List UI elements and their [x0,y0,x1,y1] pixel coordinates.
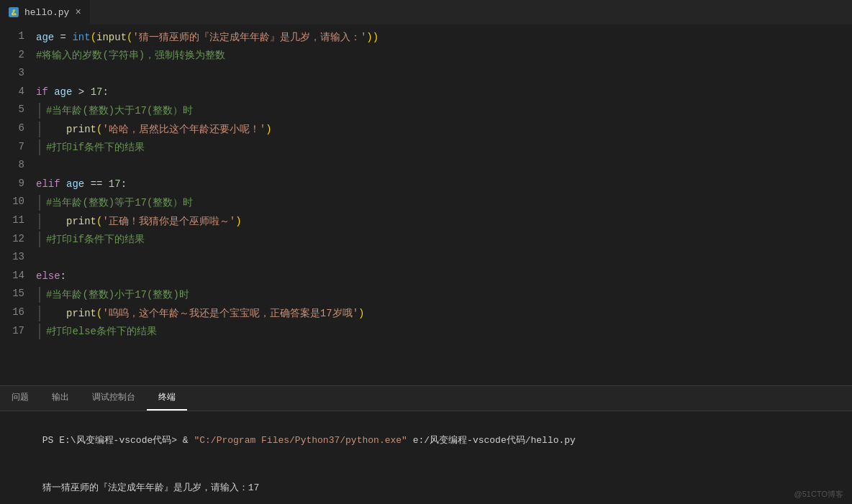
tab-bar: 🐍 hello.py × [0,0,852,25]
terminal-prompt: 猜一猜巫师的『法定成年年龄』是几岁，请输入：17 [42,482,260,493]
tab-debug-console[interactable]: 调试控制台 [81,385,147,411]
line-num-11: 11 [7,212,24,231]
line-num-12: 12 [7,231,24,249]
line-num-5: 5 [7,101,24,120]
line-num-3: 3 [7,65,24,83]
code-container: 1 2 3 4 5 6 7 8 9 10 11 12 13 14 15 16 1… [0,25,852,385]
terminal-content[interactable]: PS E:\风变编程-vscode代码> & "C:/Program Files… [0,411,852,504]
tab-terminal[interactable]: 终端 [147,385,187,411]
tab-hello-py[interactable]: 🐍 hello.py × [0,0,91,25]
terminal-line-2: 猜一猜巫师的『法定成年年龄』是几岁，请输入：17 [9,464,843,504]
code-lines[interactable]: age = int(input('猜一猜巫师的『法定成年年龄』是几岁，请输入：'… [36,25,852,385]
tab-output[interactable]: 输出 [40,385,81,411]
line-num-10: 10 [7,193,24,212]
line-num-4: 4 [7,83,24,102]
line-num-7: 7 [7,139,24,157]
tab-problems[interactable]: 问题 [0,385,40,411]
terminal-script-path: e:/风变编程-vscode代码/hello.py [407,435,576,446]
terminal-python-path: "C:/Program Files/Python37/python.exe" [194,435,407,446]
code-line-14: else: [36,267,852,286]
code-line-4: if age > 17: [36,83,852,102]
code-line-5: #当年龄(整数)大于17(整数）时 [36,101,852,120]
terminal-path: PS E:\风变编程-vscode代码> & [42,435,194,446]
code-line-8 [36,157,852,175]
code-line-2: #将输入的岁数(字符串)，强制转换为整数 [36,47,852,65]
code-line-12: #打印if条件下的结果 [36,231,852,249]
code-line-15: #当年龄(整数)小于17(整数)时 [36,285,852,304]
code-line-11: print('正确！我猜你是个巫师啦～') [36,212,852,231]
code-line-9: elif age == 17: [36,175,852,194]
line-num-1: 1 [7,28,24,47]
watermark: @51CTO博客 [794,489,843,500]
code-line-16: print('呜呜，这个年龄～我还是个宝宝呢，正确答案是17岁哦') [36,304,852,323]
code-line-13 [36,249,852,267]
line-num-13: 13 [7,249,24,267]
code-line-10: #当年龄(整数)等于17(整数）时 [36,193,852,212]
tab-filename: hello.py [24,7,69,18]
line-num-2: 2 [7,47,24,65]
code-line-7: #打印if条件下的结果 [36,139,852,157]
editor-area: 1 2 3 4 5 6 7 8 9 10 11 12 13 14 15 16 1… [0,25,852,385]
code-line-17: #打印else条件下的结果 [36,323,852,342]
code-line-6: print('哈哈，居然比这个年龄还要小呢！') [36,120,852,139]
line-num-15: 15 [7,285,24,304]
bottom-panel: 问题 输出 调试控制台 终端 PS E:\风变编程-vscode代码> & "C… [0,385,852,504]
line-num-9: 9 [7,175,24,194]
line-num-17: 17 [7,323,24,342]
tab-close-button[interactable]: × [75,7,81,17]
code-line-3 [36,65,852,83]
line-num-16: 16 [7,304,24,323]
line-numbers: 1 2 3 4 5 6 7 8 9 10 11 12 13 14 15 16 1… [0,25,36,385]
line-num-14: 14 [7,267,24,286]
python-file-icon: 🐍 [9,7,19,17]
line-num-8: 8 [7,157,24,175]
terminal-line-1: PS E:\风变编程-vscode代码> & "C:/Program Files… [9,417,843,464]
line-num-6: 6 [7,120,24,139]
code-line-1: age = int(input('猜一猜巫师的『法定成年年龄』是几岁，请输入：'… [36,28,852,47]
panel-tabs: 问题 输出 调试控制台 终端 [0,386,852,411]
